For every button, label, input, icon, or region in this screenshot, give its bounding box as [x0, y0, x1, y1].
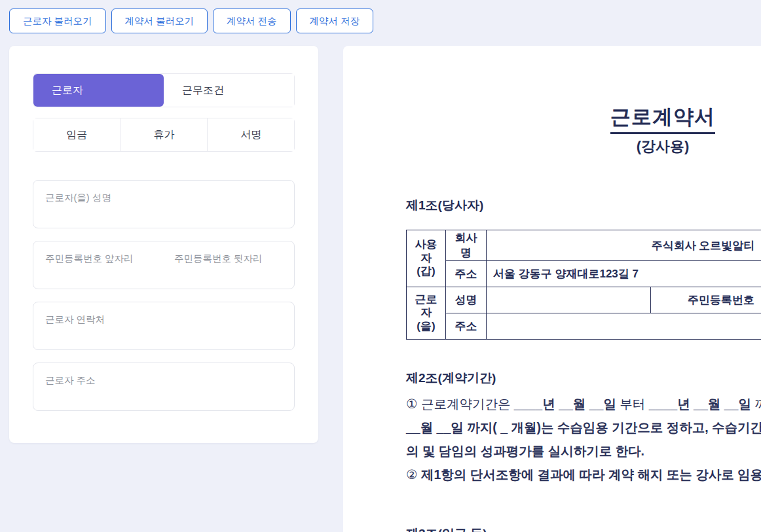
send-contract-button[interactable]: 계약서 전송 — [213, 9, 291, 33]
article3-heading: 제3조(임금 등) — [406, 525, 761, 532]
company-value-cell: 주식회사 오르빛알티 — [487, 230, 761, 261]
employer-address-value-cell: 서울 강동구 양재대로123길 7 — [487, 261, 761, 287]
worker-name-input[interactable] — [33, 181, 294, 228]
contract-preview-panel[interactable]: 근로계약서 (강사용) 제1조(당사자) 사용자 (갑) 회사명 주식회사 오르… — [343, 46, 761, 532]
tab-worker[interactable]: 근로자 — [33, 74, 164, 107]
worker-address-input[interactable] — [33, 363, 294, 410]
tab-row-secondary: 임금 휴가 서명 — [33, 118, 295, 152]
toolbar: 근로자 불러오기 계약서 불러오기 계약서 전송 계약서 저장 — [9, 9, 373, 33]
contract-document: 근로계약서 (강사용) 제1조(당사자) 사용자 (갑) 회사명 주식회사 오르… — [406, 46, 761, 532]
load-contract-button[interactable]: 계약서 불러오기 — [111, 9, 208, 33]
tab-row-primary: 근로자 근무조건 — [33, 73, 295, 107]
table-row: 사용자 (갑) 회사명 주식회사 오르빛알티 — [407, 230, 761, 261]
article2-body: ① 근로계약기간은 ____년 __월 __일 부터 ____년 __월 __일… — [406, 392, 761, 486]
contract-form-sidebar: 근로자 근무조건 임금 휴가 서명 — [9, 46, 318, 443]
parties-table: 사용자 (갑) 회사명 주식회사 오르빛알티 주소 서울 강동구 양재대로123… — [406, 230, 761, 340]
worker-name-label-cell: 성명 — [446, 287, 487, 313]
rrn-back-input[interactable] — [164, 241, 294, 289]
worker-contact-card — [33, 302, 295, 350]
tab-vacation[interactable]: 휴가 — [121, 118, 208, 151]
table-row: 주소 서울 강동구 양재대로123길 7 — [407, 261, 761, 287]
tab-wages[interactable]: 임금 — [33, 118, 121, 151]
worker-address-label-cell: 주소 — [446, 313, 487, 340]
table-row: 주소 — [407, 313, 761, 340]
document-subtitle: (강사용) — [406, 137, 761, 156]
load-worker-button[interactable]: 근로자 불러오기 — [9, 9, 106, 33]
rrn-label-cell: 주민등록번호 — [651, 287, 761, 313]
tab-working-conditions[interactable]: 근무조건 — [164, 74, 294, 107]
save-contract-button[interactable]: 계약서 저장 — [296, 9, 374, 33]
table-row: 근로자 (을) 성명 주민등록번호 — [407, 287, 761, 313]
article2-heading: 제2조(계약기간) — [406, 370, 761, 387]
worker-address-card — [33, 363, 295, 411]
worker-party-cell: 근로자 (을) — [407, 287, 446, 340]
article2-line-2: __월 __일 까지( _ 개월)는 수습임용 기간으로 정하고, 수습기간 중… — [406, 416, 761, 439]
worker-rrn-card — [33, 241, 295, 289]
worker-name-card — [33, 180, 295, 228]
employer-party-cell: 사용자 (갑) — [407, 230, 446, 287]
worker-address-value-cell — [487, 313, 761, 340]
worker-fields — [33, 180, 295, 411]
company-label-cell: 회사명 — [446, 230, 487, 261]
article2-line-3: 의 및 담임의 성과평가를 실시하기로 한다. — [406, 439, 761, 463]
worker-contact-input[interactable] — [33, 302, 294, 349]
document-title: 근로계약서 — [610, 103, 715, 134]
employer-address-label-cell: 주소 — [446, 261, 487, 287]
rrn-front-input[interactable] — [33, 241, 164, 289]
article2-line-1: ① 근로계약기간은 ____년 __월 __일 부터 ____년 __월 __일… — [406, 392, 761, 416]
tab-signature[interactable]: 서명 — [207, 118, 294, 151]
article2-line-4: ② 제1항의 단서조항에 결과에 따라 계약 해지 또는 강사로 임용하기로 — [406, 463, 761, 486]
worker-name-value-cell — [487, 287, 651, 313]
article1-heading: 제1조(당사자) — [406, 197, 761, 214]
